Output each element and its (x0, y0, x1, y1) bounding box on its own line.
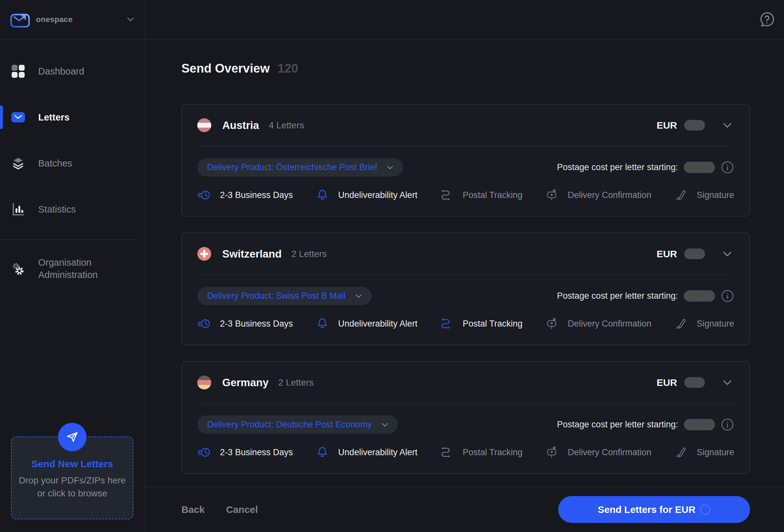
price-loading-skeleton (684, 120, 705, 131)
chevron-down-icon (385, 162, 395, 173)
chevron-down-icon[interactable] (721, 247, 734, 261)
delivery-product-label: Delivery Product: Swiss Post B Mail (207, 291, 346, 301)
sidebar-item-organisation-administration[interactable]: Organisation Administration (0, 257, 145, 281)
feature-undeliverability-alert: Undeliverability Alert (315, 317, 418, 331)
feature-2-3-business-days: 2-3 Business Days (197, 317, 293, 331)
delivery-product-dropdown[interactable]: Delivery Product: Swiss Post B Mail (197, 287, 371, 305)
sidebar: onespace DashboardLettersBatchesStatisti… (0, 0, 145, 532)
postage-cost-label: Postage cost per letter starting: (557, 162, 678, 172)
chevron-down-icon[interactable] (721, 119, 734, 132)
pen-icon (674, 317, 688, 331)
paper-plane-badge (58, 423, 86, 451)
price-loading-skeleton (684, 162, 715, 173)
country-card-header[interactable]: Austria4 LettersEUR (197, 104, 734, 146)
feature-label: Signature (697, 190, 734, 200)
info-icon[interactable] (721, 161, 734, 174)
letters-count: 2 Letters (291, 249, 327, 259)
sidebar-item-label: Organisation Administration (38, 257, 119, 281)
feature-label: Signature (697, 319, 734, 329)
clock-speed-icon (197, 188, 211, 202)
cancel-button[interactable]: Cancel (226, 504, 258, 515)
chevron-down-icon[interactable] (125, 14, 136, 25)
brand-name: onespace (36, 15, 73, 24)
country-card-austria: Austria4 LettersEURDelivery Product: Öst… (181, 104, 750, 217)
sidebar-item-label: Batches (38, 158, 72, 169)
currency-label: EUR (657, 120, 677, 131)
info-icon[interactable] (721, 418, 734, 431)
feature-label: 2-3 Business Days (220, 319, 293, 329)
page-title-text: Send Overview (181, 61, 270, 75)
feature-postal-tracking: Postal Tracking (440, 188, 523, 202)
letters-count: 4 Letters (269, 120, 304, 131)
back-button[interactable]: Back (181, 504, 205, 515)
pen-icon (674, 188, 688, 202)
country-card-switzerland: Switzerland2 LettersEURDelivery Product:… (181, 233, 750, 345)
feature-postal-tracking: Postal Tracking (440, 446, 523, 459)
chevron-down-icon[interactable] (721, 376, 734, 389)
bell-icon (315, 446, 329, 459)
feature-label: 2-3 Business Days (220, 190, 293, 200)
feature-label: Undeliverability Alert (338, 447, 418, 457)
sidebar-item-dashboard[interactable]: Dashboard (0, 64, 145, 79)
country-card-header[interactable]: Germany2 LettersEUR (197, 362, 734, 404)
postage-cost-label: Postage cost per letter starting: (557, 420, 678, 430)
feature-label: Delivery Confirmation (568, 447, 651, 457)
clock-speed-icon (197, 446, 211, 459)
country-card-header[interactable]: Switzerland2 LettersEUR (197, 233, 734, 275)
feature-signature: Signature (674, 446, 734, 459)
country-card-body: Delivery Product: Swiss Post B MailPosta… (197, 275, 734, 345)
feature-delivery-confirmation: Delivery Confirmation (545, 317, 651, 331)
send-new-letters-dropzone[interactable]: Send New Letters Drop your PDFs/ZIPs her… (11, 437, 134, 520)
feature-undeliverability-alert: Undeliverability Alert (315, 188, 418, 202)
onespace-logo-icon (10, 12, 30, 27)
price-loading-skeleton (684, 419, 715, 430)
price-loading-skeleton (684, 290, 715, 302)
delivery-product-dropdown[interactable]: Delivery Product: Österreichische Post B… (197, 158, 403, 176)
sidebar-item-statistics[interactable]: Statistics (0, 202, 145, 217)
mailbox-icon (545, 317, 559, 331)
feature-undeliverability-alert: Undeliverability Alert (315, 446, 418, 459)
chevron-down-icon (354, 291, 364, 301)
mailbox-icon (545, 188, 559, 202)
delivery-product-label: Delivery Product: Deutsche Post Economy (207, 420, 372, 430)
sidebar-item-label: Letters (38, 112, 69, 123)
feature-signature: Signature (674, 317, 734, 331)
dropzone-title: Send New Letters (12, 458, 133, 470)
sidebar-divider (0, 240, 136, 240)
country-name: Switzerland (222, 248, 282, 260)
germany-flag-icon (197, 375, 211, 389)
route-icon (440, 446, 453, 459)
send-letters-button[interactable]: Send Letters for EUR (558, 496, 750, 523)
sidebar-nav-admin: Organisation Administration (0, 257, 145, 281)
paper-plane-icon (65, 430, 79, 444)
loading-spinner-icon (700, 504, 710, 515)
feature-row: 2-3 Business DaysUndeliverability AlertP… (197, 317, 734, 345)
feature-label: Delivery Confirmation (568, 319, 651, 329)
feature-label: Postal Tracking (463, 190, 523, 200)
feature-label: Undeliverability Alert (338, 319, 418, 329)
brand-switcher[interactable]: onespace (0, 0, 145, 39)
page-title-count: 120 (278, 61, 298, 75)
feature-label: 2-3 Business Days (220, 447, 293, 457)
sidebar-nav: DashboardLettersBatchesStatistics (0, 64, 145, 217)
feature-label: Postal Tracking (463, 319, 523, 329)
help-bubble-icon[interactable] (758, 11, 776, 28)
delivery-product-dropdown[interactable]: Delivery Product: Deutsche Post Economy (197, 415, 398, 434)
sidebar-item-letters[interactable]: Letters (0, 110, 145, 125)
letters-icon (11, 110, 25, 124)
mailbox-icon (545, 446, 559, 459)
sidebar-item-label: Statistics (38, 204, 76, 215)
sidebar-item-label: Dashboard (38, 66, 84, 77)
route-icon (440, 188, 453, 202)
postage-cost: Postage cost per letter starting: (557, 289, 734, 303)
topbar (145, 0, 784, 39)
gears-icon (11, 262, 25, 276)
currency-label: EUR (657, 377, 677, 388)
feature-delivery-confirmation: Delivery Confirmation (545, 188, 651, 202)
sidebar-item-batches[interactable]: Batches (0, 156, 145, 171)
feature-label: Undeliverability Alert (338, 190, 418, 200)
info-icon[interactable] (721, 289, 734, 303)
dropzone-subtitle: Drop your PDFs/ZIPs here or click to bro… (19, 474, 126, 500)
country-card-germany: Germany2 LettersEURDelivery Product: Deu… (181, 361, 750, 474)
country-name: Austria (222, 119, 259, 132)
